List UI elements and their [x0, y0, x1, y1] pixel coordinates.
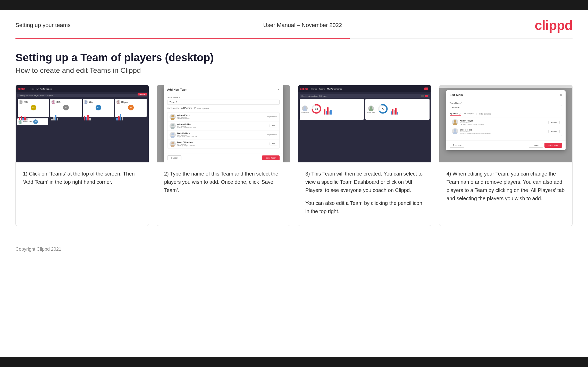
modal-add-tab-myteam[interactable]: My Team (2)	[167, 107, 179, 110]
modal-add-team-name-input[interactable]: Team A	[167, 100, 280, 105]
header-center-text: User Manual – November 2022	[263, 22, 342, 29]
ss1-player-name-2: AdrianCollins	[56, 100, 61, 103]
page-title: Setting up a Team of players (desktop)	[15, 51, 573, 64]
modal-edit-delete-label: Delete	[456, 144, 461, 146]
ss1-bottom-name: Richard Butler	[23, 121, 32, 123]
modal-player-club-4: 3.5 HandicapThe Gog Magog Golf Club	[177, 143, 268, 146]
top-bar	[0, 0, 588, 10]
svg-point-3	[52, 102, 55, 104]
modal-player-info-1: Adrian Player Plus HandicapThe Shire Lon…	[177, 114, 265, 119]
edit-team-modal-box: Edit Team × Team Name * Team A My Team (…	[446, 90, 566, 150]
modal-edit-delete-button[interactable]: 🗑 Delete	[450, 143, 464, 148]
modal-add-close-icon[interactable]: ×	[278, 88, 280, 92]
modal-edit-player-2-remove-button[interactable]: Remove	[548, 130, 560, 133]
svg-point-14	[171, 133, 174, 135]
modal-edit-player-info-2: Blair McHarg Plus HandicapRoyal North De…	[460, 129, 547, 134]
modal-edit-filter: Filter by name	[476, 113, 491, 115]
ss1-player-header-4: DaveBillingham	[116, 100, 146, 104]
ss1-avatar-2	[51, 100, 55, 104]
svg-point-6	[117, 100, 119, 102]
modal-player-item-3: Blair McHarg Plus HandicapRoyal North De…	[167, 130, 279, 139]
modal-edit-filter-checkbox[interactable]	[476, 113, 478, 115]
step-description-1: 1) Click on ‘Teams’ at the top of the sc…	[16, 162, 149, 226]
ss1-player-name-4: DaveBillingham	[121, 100, 128, 103]
ss1-bars-1	[19, 111, 48, 120]
modal-player-avatar-1	[170, 114, 176, 120]
step-card-1: clippd Home My Performance Add Team View…	[15, 85, 149, 226]
svg-point-5	[84, 102, 87, 104]
modal-add-cancel-button[interactable]: Cancel	[167, 155, 181, 160]
ss1-avatar-1	[19, 100, 23, 104]
step-card-4: Edit Team × Team Name * Team A My Team (…	[439, 85, 573, 226]
modal-edit-save-button[interactable]: Save Team	[544, 143, 562, 148]
modal-edit-title: Edit Team	[450, 93, 463, 97]
player-2-add-button[interactable]: Add	[270, 124, 277, 127]
ss3-content: Viewing players from: All Players	[298, 92, 431, 121]
modal-edit-header: Edit Team ×	[446, 90, 566, 99]
clippd-logo: clippd	[535, 18, 573, 33]
modal-edit-player-avatar-1	[452, 119, 458, 125]
ss3-title-bar: Viewing players from: All Players	[300, 94, 430, 98]
ss3-donut-1: 94	[311, 104, 322, 115]
ss1-content: Viewing 5 out of 8 players from: All Pla…	[16, 92, 149, 127]
steps-grid: clippd Home My Performance Add Team View…	[0, 85, 588, 241]
modal-player-club-1: Plus HandicapThe Shire London	[177, 116, 265, 119]
modal-edit-player-name-1: Adrian Player	[460, 120, 547, 122]
modal-edit-tab-allplayers[interactable]: All Players	[464, 112, 474, 115]
ss1-player-header-2: AdrianCollins	[51, 100, 81, 104]
page-title-section: Setting up a Team of players (desktop) H…	[0, 39, 588, 85]
step-description-2: 2) Type the name of this Team and then s…	[157, 162, 290, 226]
modal-add-footer: Cancel Save Team	[164, 153, 283, 163]
ss3-team-card-1: Blair McHarg 94	[300, 99, 364, 120]
modal-edit-footer: 🗑 Delete Cancel Save Team	[446, 141, 566, 150]
step-screenshot-1: clippd Home My Performance Add Team View…	[16, 85, 149, 162]
player-4-add-button[interactable]: Add	[270, 142, 277, 145]
ss3-toggle-1[interactable]	[421, 95, 424, 97]
modal-player-info-4: Dave Billingham 3.5 HandicapThe Gog Mago…	[177, 141, 268, 146]
add-team-button-ss1[interactable]: Add Team	[138, 93, 147, 95]
ss3-donut-2: 72	[378, 104, 388, 115]
modal-player-item-1: Adrian Player Plus HandicapThe Shire Lon…	[167, 112, 279, 121]
modal-player-avatar-4	[170, 141, 176, 147]
modal-player-club-2: 1.5 HandicapCentral London Golf Centre	[177, 125, 268, 128]
modal-edit-tab-myteam[interactable]: My Team (2)	[450, 112, 461, 116]
modal-add-save-button[interactable]: Save Team	[262, 155, 280, 160]
ss3-toggle-2[interactable]	[425, 95, 428, 97]
modal-edit-player-1-remove-button[interactable]: Remove	[548, 121, 560, 124]
modal-edit-player-avatar-2	[452, 128, 458, 134]
modal-edit-team-name-input[interactable]: Team A	[450, 105, 562, 110]
modal-filter-checkbox[interactable]	[194, 107, 196, 109]
modal-player-name-3: Blair McHarg	[177, 132, 265, 134]
ss3-player-name-2: Richard Butler	[367, 112, 375, 113]
ss3-logo: clippd	[300, 88, 308, 90]
modal-edit-action-buttons: Cancel Save Team	[529, 143, 562, 148]
svg-point-11	[171, 118, 175, 120]
ss3-nav-performance: My Performance	[327, 88, 342, 90]
ss1-player-header-1: AdrianCollins	[19, 100, 48, 104]
ss3-team-card-2: Richard Butler 72	[365, 99, 430, 120]
modal-add-tab-allplayers[interactable]: All Players	[181, 107, 192, 110]
svg-point-7	[117, 102, 120, 104]
ss1-title-bar: Viewing 5 out of 8 players from: All Pla…	[17, 94, 147, 97]
ss3-view-toggles	[421, 95, 428, 97]
modal-edit-close-icon[interactable]: ×	[560, 93, 562, 97]
modal-add-tabs: My Team (2) All Players Filter by name	[167, 107, 280, 110]
ss3-topbar: clippd Home Teams My Performance ✎	[298, 85, 431, 92]
svg-point-9	[19, 122, 22, 124]
ss1-player-card-1: AdrianCollins 84	[18, 99, 49, 117]
edit-team-modal-screenshot: Edit Team × Team Name * Team A My Team (…	[439, 88, 572, 162]
ss1-player-name-1: AdrianCollins	[24, 100, 28, 103]
modal-player-item-2: Adrian Coliba 1.5 HandicapCentral London…	[167, 121, 279, 130]
ss1-bottom-avatar	[18, 120, 22, 124]
ss1-bars-3	[84, 111, 113, 120]
svg-point-24	[369, 109, 373, 111]
ss3-avatar-2	[368, 106, 374, 111]
ss3-pencil-btn[interactable]: ✎	[424, 88, 428, 90]
modal-edit-cancel-button[interactable]: Cancel	[529, 143, 543, 148]
ss1-avatar-4	[116, 100, 120, 104]
ss1-player-header-3: BlairMcHarg	[84, 100, 113, 104]
svg-point-30	[454, 129, 456, 132]
modal-edit-body: Team Name * Team A My Team (2) All Playe…	[446, 99, 566, 141]
ss1-player-card-3: BlairMcHarg 94	[83, 99, 114, 117]
ss3-chart-area-1	[324, 104, 362, 115]
